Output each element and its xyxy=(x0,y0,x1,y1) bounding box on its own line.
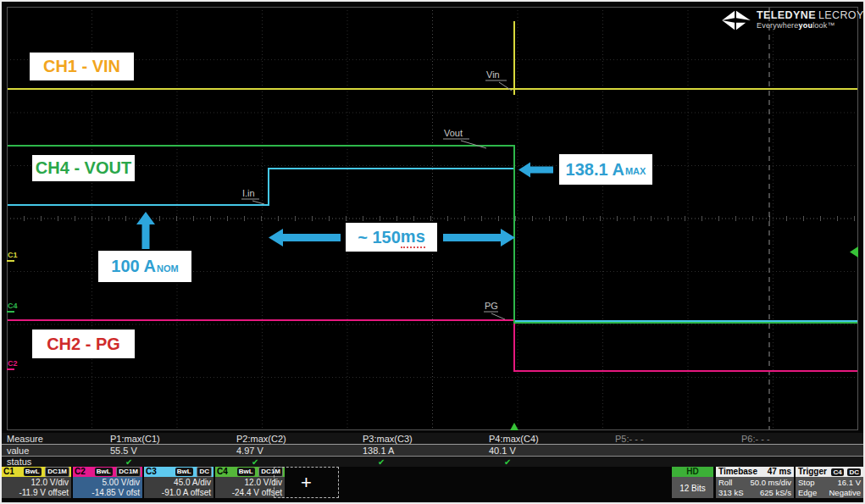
plus-icon: + xyxy=(301,472,312,494)
vout-trace-label: Vout xyxy=(444,128,463,138)
timebase-scale: 50.0 ms/div xyxy=(750,478,791,488)
teledyne-lecroy-logo: TELEDYNELECROY Everywhereyoulook™ xyxy=(722,8,864,32)
trigger-source-badge: C4 xyxy=(831,468,843,476)
c2-offset: -14.85 V ofst xyxy=(73,488,140,498)
add-trace-button[interactable]: + xyxy=(274,467,339,498)
arrow-up-icon xyxy=(136,212,156,249)
callout-ch4-vout: CH4 - VOUT xyxy=(32,155,135,181)
trigger-title: Trigger xyxy=(798,467,827,476)
measure-p1-status-icon: ✔ xyxy=(107,457,233,467)
timebase-title: Timebase xyxy=(718,467,757,476)
measure-p3-status-icon: ✔ xyxy=(359,457,485,467)
c2-bandwidth-badge: BwL xyxy=(95,468,113,476)
c1-scale: 12.0 V/div xyxy=(2,478,69,488)
timebase-mode: Roll xyxy=(718,478,732,488)
measure-p6[interactable]: P6:- - - xyxy=(738,434,864,444)
trigger-level: 16.1 V xyxy=(838,478,861,488)
arrow-left-icon xyxy=(518,162,553,178)
c3-name: C3 xyxy=(146,467,157,476)
measure-status-row: status ✔ ✔ ✔ ✔ xyxy=(0,457,865,467)
c2-scale: 5.00 V/div xyxy=(73,478,140,488)
measure-p1[interactable]: P1:max(C1) xyxy=(107,434,233,444)
measure-p3[interactable]: P3:max(C3) xyxy=(359,434,485,444)
callout-ch1-vin-text: CH1 - VIN xyxy=(43,57,120,76)
channel-descriptor-c2[interactable]: C2 BwL DC1M 5.00 V/div -14.85 V ofst xyxy=(73,466,142,498)
teledyne-logo-icon xyxy=(722,8,751,32)
callout-current-nominal: 100 ANOM xyxy=(98,251,191,282)
trigger-box[interactable]: Trigger C4 DC Stop 16.1 V Edge Negative xyxy=(796,466,863,498)
timebase-rate: 625 kS/s xyxy=(760,488,791,498)
measure-p4-status-icon: ✔ xyxy=(485,457,612,467)
vin-trace-label: Vin xyxy=(486,69,500,80)
trigger-coupling-badge: DC xyxy=(847,468,861,476)
time-unit: ms xyxy=(401,227,425,248)
measure-p2[interactable]: P2:max(C2) xyxy=(233,434,359,444)
inom-value: 100 A xyxy=(111,257,156,276)
trigger-mode: Stop xyxy=(798,478,815,488)
imax-subscript: MAX xyxy=(625,166,646,176)
hd-mode-label: HD xyxy=(686,467,698,476)
measure-p4[interactable]: P4:max(C4) xyxy=(485,434,612,444)
oscilloscope-screen: Vin Vout I.in PG C1 C4 C2 xyxy=(0,0,865,504)
c1-coupling-badge: DC1M xyxy=(45,467,69,477)
acquisition-mode-box[interactable]: HD 12 Bits xyxy=(672,466,713,498)
waveform-grid: Vin Vout I.in PG C1 C4 C2 xyxy=(7,7,858,430)
imax-value: 138.1 A xyxy=(566,160,624,180)
callout-holdup-time: ~ 150 ms xyxy=(346,223,437,252)
callout-ch2-pg-text: CH2 - PG xyxy=(47,335,120,354)
measure-p3-value: 138.1 A xyxy=(359,446,485,456)
measure-value-row: value 55.5 V 4.97 V 138.1 A 40.1 V xyxy=(0,445,865,457)
callout-current-max: 138.1 AMAX xyxy=(559,154,652,185)
callout-ch4-vout-text: CH4 - VOUT xyxy=(36,158,131,178)
timebase-samples: 313 kS xyxy=(718,488,744,498)
measure-header-row: Measure P1:max(C1) P2:max(C2) P3:max(C3)… xyxy=(0,433,865,445)
measure-p5[interactable]: P5:- - - xyxy=(612,434,738,444)
trigger-level-marker[interactable] xyxy=(850,246,858,258)
channel-descriptor-c1[interactable]: C1 BwL DC1M 12.0 V/div -11.9 V offset xyxy=(2,466,71,498)
measure-p2-value: 4.97 V xyxy=(233,446,359,456)
trigger-type: Edge xyxy=(798,488,817,498)
arrow-left-span-icon xyxy=(269,228,341,247)
arrow-right-span-icon xyxy=(443,228,515,247)
c1-zero-marker[interactable]: C1 xyxy=(8,251,18,259)
trigger-slope: Negative xyxy=(829,488,862,498)
measure-row-label: Measure xyxy=(0,434,107,444)
pg-trace-label: PG xyxy=(485,301,498,311)
c1-name: C1 xyxy=(3,467,14,476)
c3-offset: -91.0 A offset xyxy=(144,488,211,498)
vout-leader-line xyxy=(461,141,486,148)
c3-coupling-badge: DC xyxy=(197,467,212,477)
measure-p2-status-icon: ✔ xyxy=(233,457,359,467)
c4-offset: -24.4 V offset xyxy=(215,488,282,498)
channel-descriptor-c3[interactable]: C3 BwL DC 45.0 A/div -91.0 A offset xyxy=(144,466,213,498)
tagline-bold: you xyxy=(799,21,813,30)
iin-leader-line xyxy=(252,201,264,204)
c3-bandwidth-badge: BwL xyxy=(175,468,193,476)
logo-text: TELEDYNELECROY Everywhereyoulook™ xyxy=(757,10,864,30)
c4-zero-marker[interactable]: C4 xyxy=(8,302,18,310)
status-row-label: status xyxy=(0,457,107,467)
c2-zero-marker[interactable]: C2 xyxy=(8,359,18,368)
value-row-label: value xyxy=(0,446,107,456)
time-value: ~ 150 xyxy=(358,228,401,247)
c1-offset: -11.9 V offset xyxy=(2,488,69,498)
callout-ch1-vin: CH1 - VIN xyxy=(30,53,134,80)
pg-leader-line xyxy=(491,313,505,319)
inom-subscript: NOM xyxy=(157,263,179,274)
c1-bandwidth-badge: BwL xyxy=(24,468,42,476)
iin-trace-label: I.in xyxy=(242,188,255,198)
c4-bandwidth-badge: BwL xyxy=(237,468,255,476)
measure-p1-value: 55.5 V xyxy=(107,446,233,456)
brand-name-secondary: LECROY xyxy=(818,9,864,21)
c3-scale: 45.0 A/div xyxy=(144,478,211,488)
c4-scale: 12.0 V/div xyxy=(215,478,282,488)
measure-p4-value: 40.1 V xyxy=(485,446,612,456)
tagline-post: look™ xyxy=(812,21,835,30)
callout-ch2-pg: CH2 - PG xyxy=(32,330,135,358)
c2-name: C2 xyxy=(75,467,86,476)
tagline-pre: Everywhere xyxy=(757,21,799,30)
timebase-position: 47 ms xyxy=(768,467,791,476)
timebase-box[interactable]: Timebase 47 ms Roll 50.0 ms/div 313 kS 6… xyxy=(716,466,794,498)
c2-coupling-badge: DC1M xyxy=(116,467,141,477)
hd-bits-label: 12 Bits xyxy=(679,484,706,493)
